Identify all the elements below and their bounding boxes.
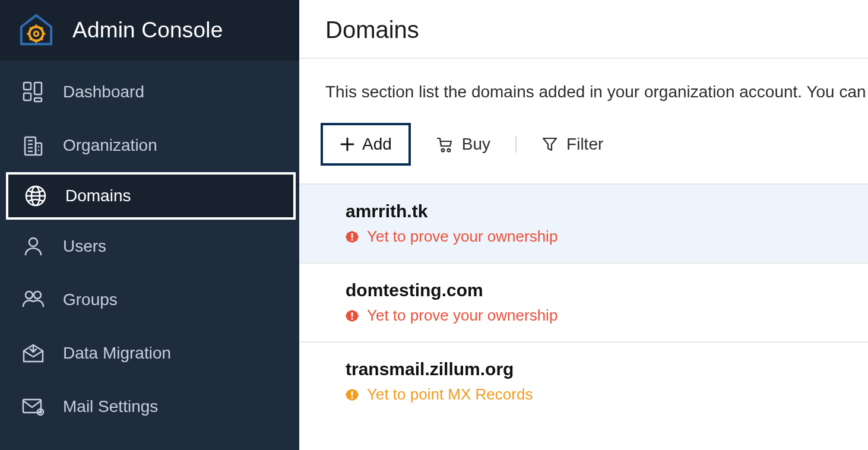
sidebar-item-label: Data Migration — [63, 344, 171, 363]
svg-point-26 — [26, 291, 33, 299]
toolbar: Add Buy — [299, 102, 868, 183]
svg-line-8 — [30, 39, 31, 40]
domain-name: amrrith.tk — [346, 201, 842, 221]
domain-status-text: Yet to prove your ownership — [367, 227, 557, 246]
organization-icon — [20, 132, 46, 159]
svg-point-30 — [40, 411, 42, 413]
sidebar-item-label: Dashboard — [63, 83, 144, 102]
app-title: Admin Console — [72, 18, 223, 43]
svg-point-40 — [351, 397, 353, 398]
add-button-label: Add — [362, 135, 392, 154]
globe-icon — [23, 183, 49, 209]
sidebar-item-data-migration[interactable]: Data Migration — [0, 327, 299, 380]
sidebar-item-organization[interactable]: Organization — [0, 119, 299, 172]
sidebar-item-label: Domains — [65, 186, 131, 205]
sidebar-header: Admin Console — [0, 0, 299, 61]
sidebar-item-domains[interactable]: Domains — [6, 172, 296, 220]
domain-name: domtesting.com — [346, 280, 842, 300]
alert-icon — [346, 309, 359, 322]
sidebar-item-mail-settings[interactable]: Mail Settings — [0, 380, 299, 433]
svg-rect-39 — [351, 391, 353, 396]
svg-line-5 — [30, 27, 31, 29]
groups-icon — [20, 287, 46, 313]
domain-status-text: Yet to prove your ownership — [367, 306, 557, 325]
filter-icon — [541, 136, 558, 153]
domain-row[interactable]: transmail.zillum.org Yet to point MX Rec… — [299, 341, 868, 420]
data-migration-icon — [20, 340, 46, 366]
domain-row[interactable]: amrrith.tk Yet to prove your ownership — [299, 183, 868, 262]
domain-status: Yet to point MX Records — [346, 385, 842, 404]
sidebar-item-dashboard[interactable]: Dashboard — [0, 65, 299, 119]
buy-button-label: Buy — [462, 135, 490, 154]
svg-line-6 — [41, 39, 43, 40]
sidebar-item-label: Mail Settings — [63, 397, 158, 416]
domain-status-text: Yet to point MX Records — [367, 385, 533, 404]
svg-rect-13 — [34, 98, 42, 102]
svg-rect-35 — [351, 233, 353, 238]
domain-name: transmail.zillum.org — [346, 359, 842, 379]
domain-status: Yet to prove your ownership — [346, 227, 842, 246]
alert-icon — [346, 388, 359, 401]
filter-button[interactable]: Filter — [536, 131, 609, 157]
buy-button[interactable]: Buy — [430, 131, 496, 157]
sidebar-item-users[interactable]: Users — [0, 220, 299, 273]
plus-icon — [340, 137, 355, 152]
dashboard-icon — [20, 79, 46, 105]
svg-rect-37 — [351, 312, 353, 317]
toolbar-separator — [515, 136, 517, 153]
svg-point-9 — [34, 31, 39, 36]
domain-row[interactable]: domtesting.com Yet to prove your ownersh… — [299, 262, 868, 341]
svg-point-33 — [441, 149, 444, 152]
user-icon — [20, 233, 46, 259]
domain-list: amrrith.tk Yet to prove your ownership d… — [299, 183, 868, 420]
svg-rect-14 — [25, 137, 36, 155]
mail-settings-icon — [20, 394, 46, 420]
main-panel: Domains This section list the domains ad… — [299, 0, 868, 450]
sidebar-item-label: Groups — [63, 290, 118, 309]
sidebar: Admin Console Dashboard — [0, 0, 299, 450]
filter-button-label: Filter — [566, 135, 603, 154]
svg-rect-12 — [34, 83, 42, 94]
svg-point-34 — [447, 149, 450, 152]
cart-icon — [436, 135, 454, 153]
svg-rect-10 — [24, 83, 31, 90]
svg-rect-11 — [24, 93, 31, 100]
app-logo-icon — [17, 11, 56, 50]
domain-status: Yet to prove your ownership — [346, 306, 842, 325]
svg-line-7 — [41, 27, 43, 29]
svg-point-38 — [351, 318, 353, 319]
sidebar-item-label: Organization — [63, 136, 157, 155]
page-description: This section list the domains added in y… — [299, 59, 868, 102]
main-header: Domains — [299, 0, 868, 59]
page-title: Domains — [325, 17, 842, 43]
svg-point-25 — [29, 238, 37, 246]
add-button[interactable]: Add — [321, 123, 411, 166]
alert-icon — [346, 230, 359, 243]
svg-point-27 — [34, 291, 41, 299]
svg-rect-15 — [36, 143, 42, 155]
sidebar-item-groups[interactable]: Groups — [0, 273, 299, 327]
svg-point-36 — [351, 239, 353, 240]
sidebar-nav: Dashboard Organization — [0, 61, 299, 433]
sidebar-item-label: Users — [63, 237, 106, 256]
